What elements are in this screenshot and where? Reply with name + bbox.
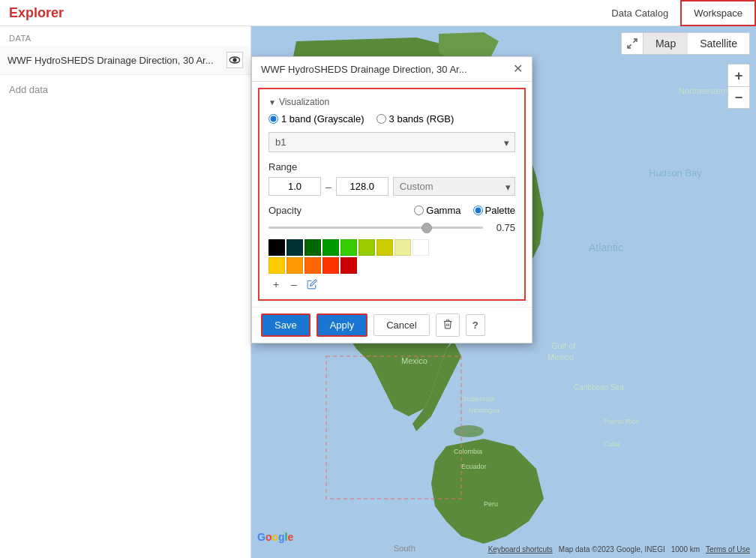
- layer-name: WWF HydroSHEDS Drainage Direction, 30 Ar…: [8, 55, 220, 66]
- nav-data-catalog-button[interactable]: Data Catalog: [599, 0, 680, 26]
- palette-color-swatch[interactable]: [340, 239, 357, 256]
- palette-color-swatch[interactable]: [322, 257, 339, 274]
- zoom-out-button[interactable]: −: [728, 86, 750, 109]
- palette-color-swatch[interactable]: [412, 239, 429, 256]
- range-max-input[interactable]: [336, 177, 388, 196]
- palette-color-swatch[interactable]: [376, 239, 393, 256]
- palette-edit-button[interactable]: [304, 277, 320, 292]
- sidebar: Data WWF HydroSHEDS Drainage Direction, …: [0, 26, 251, 558]
- svg-text:Mexico: Mexico: [548, 352, 574, 362]
- visibility-icon[interactable]: [226, 52, 243, 68]
- palette-color-swatch[interactable]: [394, 239, 411, 256]
- gamma-radio-input[interactable]: [414, 206, 424, 215]
- map-type-controls: Map Satellite: [643, 32, 750, 55]
- google-logo: Google: [257, 531, 293, 543]
- map-type-satellite-button[interactable]: Satellite: [688, 33, 749, 54]
- map-footer: Keyboard shortcuts Map data ©2023 Google…: [488, 545, 750, 554]
- svg-text:Puerto Rico: Puerto Rico: [604, 418, 639, 425]
- svg-text:Atlantic: Atlantic: [589, 242, 623, 254]
- svg-text:Northwestern: Northwestern: [679, 86, 728, 95]
- terms-of-use[interactable]: Terms of Use: [706, 545, 750, 554]
- slider-row: 0.75: [268, 222, 515, 233]
- opacity-value: 0.75: [489, 222, 515, 233]
- palette-color-swatch[interactable]: [286, 257, 303, 274]
- radio-1band-label[interactable]: 1 band (Grayscale): [268, 113, 364, 124]
- palette-color-swatch[interactable]: [286, 239, 303, 256]
- svg-line-22: [633, 39, 637, 43]
- opacity-label: Opacity: [268, 205, 310, 216]
- radio-1band-input[interactable]: [268, 114, 278, 124]
- cancel-button[interactable]: Cancel: [374, 314, 429, 336]
- modal-title: WWF HydroSHEDS Drainage Direction, 30 Ar…: [261, 64, 467, 75]
- range-type-select[interactable]: Custom: [393, 177, 515, 196]
- band-radio-group: 1 band (Grayscale) 3 bands (RGB): [268, 113, 515, 124]
- zoom-in-button[interactable]: +: [728, 64, 750, 86]
- app-logo: Explorer: [0, 5, 64, 21]
- visualization-section-title: ▼ Visualization: [268, 97, 515, 107]
- save-button[interactable]: Save: [261, 314, 310, 337]
- palette-color-swatch[interactable]: [268, 239, 285, 256]
- nav-workspace-button[interactable]: Workspace: [680, 0, 756, 26]
- palette-radio-input[interactable]: [473, 206, 483, 215]
- svg-text:Caribbean Sea: Caribbean Sea: [574, 383, 624, 392]
- keyboard-shortcuts[interactable]: Keyboard shortcuts: [488, 545, 553, 554]
- visualization-modal: WWF HydroSHEDS Drainage Direction, 30 Ar…: [251, 56, 532, 344]
- svg-point-3: [454, 425, 484, 437]
- palette-color-swatch[interactable]: [304, 257, 321, 274]
- svg-text:Ecuador: Ecuador: [461, 463, 487, 470]
- range-label: Range: [268, 161, 515, 172]
- modal-close-button[interactable]: ✕: [513, 63, 523, 75]
- modal-body: ▼ Visualization 1 band (Grayscale) 3 ban…: [258, 88, 526, 301]
- svg-point-1: [233, 58, 236, 62]
- modal-header: WWF HydroSHEDS Drainage Direction, 30 Ar…: [252, 57, 532, 82]
- band-select[interactable]: b1: [268, 132, 515, 152]
- palette-remove-button[interactable]: –: [286, 277, 302, 292]
- svg-text:Peru: Peru: [484, 500, 498, 508]
- svg-text:Mexico: Mexico: [401, 356, 428, 365]
- palette-grid: [268, 239, 515, 274]
- gamma-palette-group: Gamma Palette: [316, 205, 515, 216]
- palette-actions: + –: [268, 277, 515, 292]
- range-min-input[interactable]: [268, 177, 321, 196]
- map-scale: 1000 km: [671, 545, 700, 554]
- apply-button[interactable]: Apply: [316, 314, 368, 337]
- range-type-wrapper: Custom: [393, 177, 515, 196]
- nav-buttons: Data Catalog Workspace: [599, 0, 756, 26]
- svg-text:Cuba: Cuba: [604, 440, 620, 448]
- palette-section: + –: [268, 239, 515, 292]
- map-expand-button[interactable]: [621, 32, 644, 55]
- topbar: Explorer Data Catalog Workspace: [0, 0, 756, 26]
- svg-text:Hudson Bay: Hudson Bay: [649, 167, 702, 178]
- palette-color-swatch[interactable]: [358, 239, 375, 256]
- svg-text:Gulf of: Gulf of: [551, 341, 576, 350]
- palette-color-swatch[interactable]: [304, 239, 321, 256]
- delete-button[interactable]: [436, 314, 460, 337]
- layer-item: WWF HydroSHEDS Drainage Direction, 30 Ar…: [0, 46, 250, 75]
- range-dash: –: [326, 181, 332, 193]
- radio-3bands-input[interactable]: [376, 114, 386, 124]
- radio-3bands-label[interactable]: 3 bands (RGB): [376, 113, 454, 124]
- map-data-credit: Map data ©2023 Google, INEGI: [559, 545, 665, 554]
- opacity-slider[interactable]: [268, 226, 483, 229]
- band-select-wrapper: b1: [268, 132, 515, 152]
- section-arrow-icon: ▼: [268, 98, 276, 106]
- help-button[interactable]: ?: [466, 314, 485, 336]
- map-zoom-controls: + −: [728, 64, 750, 109]
- palette-add-button[interactable]: +: [268, 277, 284, 292]
- add-data-link[interactable]: Add data: [0, 75, 250, 104]
- svg-text:South: South: [394, 544, 416, 553]
- palette-color-swatch[interactable]: [340, 257, 357, 274]
- svg-text:Colombia: Colombia: [454, 448, 482, 455]
- data-section-label: Data: [0, 26, 250, 46]
- svg-text:Nicaragua: Nicaragua: [469, 406, 500, 414]
- svg-line-23: [628, 44, 632, 48]
- palette-color-swatch[interactable]: [268, 257, 285, 274]
- range-row: – Custom: [268, 177, 515, 196]
- palette-radio-label[interactable]: Palette: [473, 205, 515, 216]
- svg-text:Guatemala: Guatemala: [461, 395, 494, 403]
- gamma-radio-label[interactable]: Gamma: [414, 205, 460, 216]
- map-type-map-button[interactable]: Map: [644, 33, 688, 54]
- opacity-row: Opacity Gamma Palette: [268, 205, 515, 216]
- palette-color-swatch[interactable]: [322, 239, 339, 256]
- modal-footer: Save Apply Cancel ?: [252, 307, 532, 343]
